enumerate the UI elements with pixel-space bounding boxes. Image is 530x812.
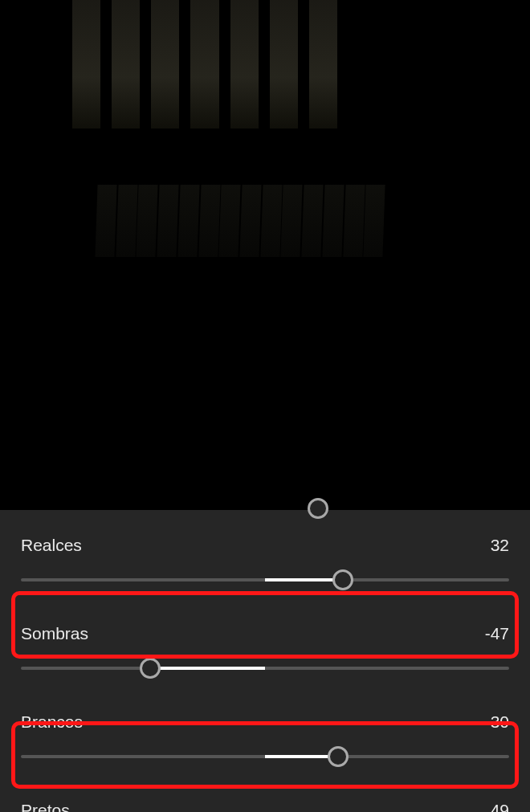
slider-value-brancos: 30 — [491, 712, 509, 732]
slider-sombras[interactable] — [21, 658, 509, 679]
slider-row-pretos: Pretos 49 — [0, 775, 530, 812]
slider-row-sombras: Sombras -47 — [0, 598, 530, 679]
image-preview[interactable] — [0, 0, 530, 510]
slider-brancos[interactable] — [21, 746, 509, 767]
slider-row-brancos: Brancos 30 — [0, 687, 530, 767]
slider-value-realces: 32 — [491, 536, 509, 555]
partial-slider-thumb[interactable] — [308, 498, 328, 519]
slider-label-sombras: Sombras — [21, 624, 88, 643]
slider-label-brancos: Brancos — [21, 712, 83, 732]
slider-label-pretos: Pretos — [21, 801, 70, 812]
adjustment-panel: Realces 32 Sombras -47 Brancos 30 — [0, 510, 530, 812]
slider-realces[interactable] — [21, 569, 509, 590]
slider-value-sombras: -47 — [485, 624, 509, 643]
slider-label-realces: Realces — [21, 536, 82, 555]
slider-row-realces: Realces 32 — [0, 510, 530, 590]
preview-window-bars — [72, 0, 337, 129]
preview-piano — [96, 185, 385, 257]
slider-value-pretos: 49 — [491, 801, 509, 812]
